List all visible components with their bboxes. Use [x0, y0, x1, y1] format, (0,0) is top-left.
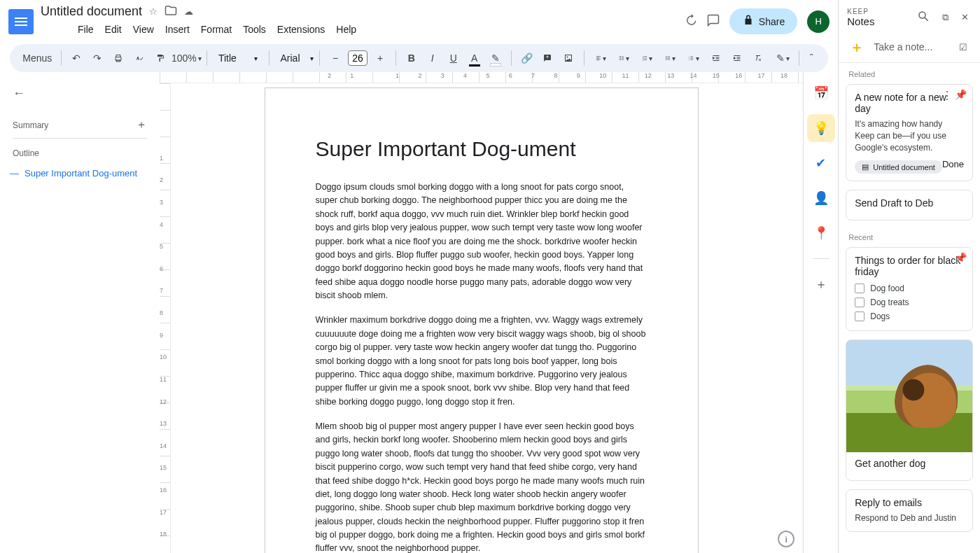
- pin-icon[interactable]: 📌: [955, 252, 967, 263]
- note-card[interactable]: Reply to emails Respond to Deb and Justi…: [846, 489, 973, 532]
- new-list-icon[interactable]: ☑: [956, 39, 970, 55]
- checkbox-icon[interactable]: [855, 312, 864, 321]
- close-outline-icon[interactable]: ←: [8, 82, 151, 105]
- underline-button[interactable]: U: [445, 48, 462, 68]
- font-select[interactable]: Arial▾: [276, 52, 312, 64]
- cloud-status-icon[interactable]: ☁: [184, 6, 193, 17]
- share-button[interactable]: Share: [729, 8, 797, 34]
- outline-panel: ← Summary ＋ Outline Super Important Dog-…: [0, 72, 160, 553]
- align-button[interactable]: [592, 48, 610, 68]
- paint-format-button[interactable]: [152, 48, 169, 68]
- spellcheck-button[interactable]: [131, 48, 148, 68]
- document-title[interactable]: Untitled document: [41, 4, 142, 19]
- calendar-icon[interactable]: 📅: [807, 79, 835, 107]
- star-icon[interactable]: ☆: [149, 6, 158, 17]
- editing-mode-button[interactable]: ✎: [775, 48, 792, 68]
- maps-icon[interactable]: 📍: [807, 219, 835, 247]
- vertical-ruler[interactable]: 123456789101112131415161718: [160, 83, 171, 553]
- menu-tools[interactable]: Tools: [238, 21, 271, 38]
- menu-view[interactable]: View: [128, 21, 159, 38]
- done-button[interactable]: Done: [942, 159, 964, 169]
- insert-comment-button[interactable]: [539, 48, 556, 68]
- account-avatar[interactable]: H: [807, 10, 830, 33]
- insert-link-button[interactable]: 🔗: [518, 48, 535, 68]
- contacts-icon[interactable]: 👤: [807, 184, 835, 212]
- side-panel-rail: 📅 💡 ✔ 👤 📍 ＋: [803, 72, 838, 553]
- checklist-button[interactable]: [638, 48, 657, 68]
- toolbar: Menus ↶ ↷ 100% Title▾ Arial▾ − + B I U A…: [10, 44, 828, 72]
- zoom-select[interactable]: 100%: [173, 48, 200, 68]
- indent-decrease-button[interactable]: [708, 48, 724, 68]
- paragraph-style-select[interactable]: Title▾: [214, 52, 262, 64]
- italic-button[interactable]: I: [424, 48, 441, 68]
- note-title: Reply to emails: [855, 497, 964, 508]
- more-icon[interactable]: ⋮: [941, 89, 953, 102]
- note-card[interactable]: 📌 Things to order for black friday Dog f…: [846, 247, 973, 331]
- tasks-icon[interactable]: ✔: [807, 149, 835, 177]
- page[interactable]: Super Important Dog-ument Doggo ipsum cl…: [265, 88, 699, 553]
- outline-item[interactable]: Super Important Dog-ument: [8, 162, 151, 184]
- check-item[interactable]: Dog food: [855, 281, 964, 295]
- indent-increase-button[interactable]: [729, 48, 746, 68]
- add-addon-icon[interactable]: ＋: [807, 270, 835, 298]
- clear-formatting-button[interactable]: [750, 48, 766, 68]
- line-spacing-button[interactable]: [615, 48, 634, 68]
- menu-extensions[interactable]: Extensions: [272, 21, 330, 38]
- undo-button[interactable]: ↶: [68, 48, 85, 68]
- svg-point-10: [919, 12, 925, 18]
- font-size-increase[interactable]: +: [372, 48, 388, 68]
- print-button[interactable]: [110, 48, 127, 68]
- search-icon[interactable]: [914, 7, 932, 27]
- page-title[interactable]: Super Important Dog-ument: [316, 137, 648, 161]
- history-icon[interactable]: [685, 14, 697, 29]
- menu-help[interactable]: Help: [331, 21, 361, 38]
- note-card[interactable]: Get another dog: [846, 340, 973, 481]
- paragraph[interactable]: Doggo ipsum clouds smol borking doggo wi…: [316, 181, 648, 302]
- close-icon[interactable]: ✕: [958, 9, 972, 25]
- insert-image-button[interactable]: [560, 48, 577, 68]
- paragraph[interactable]: Mlem shoob big ol pupper most angery pup…: [316, 420, 648, 553]
- recent-label: Recent: [839, 226, 980, 244]
- keep-kicker: KEEP: [847, 8, 907, 15]
- bold-button[interactable]: B: [403, 48, 420, 68]
- keep-icon[interactable]: 💡: [807, 114, 835, 142]
- redo-button[interactable]: ↷: [89, 48, 106, 68]
- menu-format[interactable]: Format: [196, 21, 237, 38]
- pin-icon[interactable]: 📌: [955, 89, 967, 100]
- open-in-new-icon[interactable]: ⧉: [939, 9, 951, 26]
- checkbox-icon[interactable]: [855, 284, 864, 293]
- note-title: Get another dog: [855, 458, 964, 469]
- page-canvas[interactable]: 21123456789101112131415161718 1234567891…: [160, 72, 803, 553]
- checkbox-icon[interactable]: [855, 298, 864, 307]
- note-image: [846, 340, 972, 452]
- note-card[interactable]: ⋮ 📌 A new note for a new day It's amazin…: [846, 84, 973, 181]
- svg-text:3: 3: [689, 59, 690, 61]
- take-note-row[interactable]: ＋ Take a note... ☑: [839, 31, 980, 63]
- menu-insert[interactable]: Insert: [160, 21, 195, 38]
- linked-doc-chip[interactable]: ▤ Untitled document: [855, 160, 942, 174]
- docs-logo-icon[interactable]: [8, 9, 34, 34]
- comments-icon[interactable]: [707, 14, 720, 29]
- divider: [13, 138, 147, 139]
- collapse-toolbar-button[interactable]: ˆ: [803, 48, 820, 68]
- menu-file[interactable]: File: [73, 21, 99, 38]
- font-size-decrease[interactable]: −: [327, 48, 344, 68]
- font-size-input[interactable]: [348, 50, 368, 66]
- search-menus-button[interactable]: Menus: [18, 48, 54, 68]
- take-note-input[interactable]: Take a note...: [874, 41, 948, 52]
- text-color-button[interactable]: A: [466, 48, 483, 68]
- numbered-list-button[interactable]: 123: [684, 48, 703, 68]
- check-item[interactable]: Dogs: [855, 309, 964, 323]
- docs-app: Untitled document ☆ ☁ File Edit View Ins…: [0, 0, 838, 553]
- horizontal-ruler[interactable]: 21123456789101112131415161718: [160, 72, 803, 83]
- paragraph[interactable]: Wrinkler maximum borkdrive doggo doing m…: [316, 314, 648, 409]
- explore-icon[interactable]: i: [778, 531, 794, 547]
- menu-edit[interactable]: Edit: [100, 21, 127, 38]
- note-card[interactable]: Send Draft to Deb: [846, 190, 973, 220]
- bulleted-list-button[interactable]: [661, 48, 680, 68]
- add-summary-icon[interactable]: ＋: [136, 118, 147, 132]
- plus-icon: ＋: [848, 38, 865, 55]
- move-icon[interactable]: [164, 4, 177, 19]
- highlight-button[interactable]: ✎: [487, 48, 504, 68]
- check-item[interactable]: Dog treats: [855, 295, 964, 309]
